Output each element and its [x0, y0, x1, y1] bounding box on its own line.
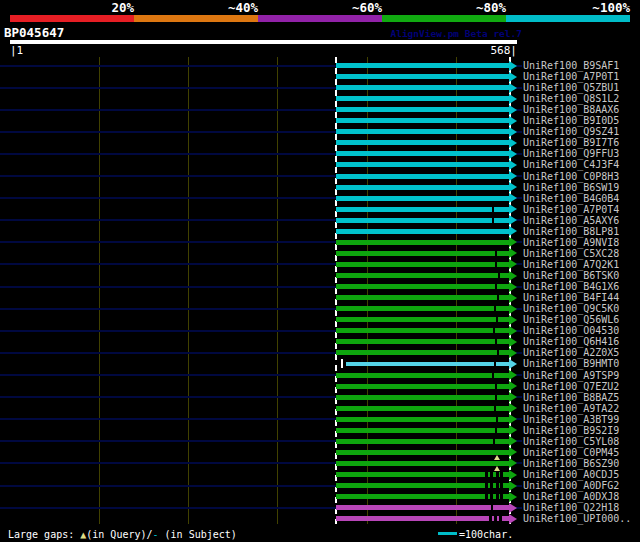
alignment-bar[interactable]: [336, 461, 509, 466]
alignment-row-label[interactable]: UniRef100_A3BT99: [523, 414, 619, 425]
alignment-bar[interactable]: [336, 472, 509, 477]
alignment-bar[interactable]: [336, 395, 509, 400]
alignment-row-label[interactable]: UniRef100_A9NVI8: [523, 237, 619, 248]
alignment-bar[interactable]: [336, 339, 509, 344]
alignment-bar[interactable]: [336, 516, 509, 521]
alignment-row-label[interactable]: UniRef100_Q9C5K0: [523, 303, 619, 314]
alignment-bar[interactable]: [336, 140, 509, 145]
alignment-row-label[interactable]: UniRef100_B8BAZ5: [523, 392, 619, 403]
alignment-bar[interactable]: [336, 207, 509, 212]
alignment-row-label[interactable]: UniRef100_C4J3F4: [523, 159, 619, 170]
alignment-row-label[interactable]: UniRef100_Q5ZBU1: [523, 82, 619, 93]
alignment-bar[interactable]: [336, 240, 509, 245]
alignment-row-label[interactable]: UniRef100_B9I7T6: [523, 137, 619, 148]
alignment-bar[interactable]: [336, 107, 509, 112]
alignment-row-label[interactable]: UniRef100_C0P8H3: [523, 171, 619, 182]
alignment-bar[interactable]: [336, 85, 509, 90]
alignment-row-label[interactable]: UniRef100_A7Q2K1: [523, 259, 619, 270]
gap-legend-prefix: Large gaps:: [8, 529, 80, 540]
gap-subject-tick: [494, 406, 496, 411]
alignment-row-label[interactable]: UniRef100_B9S2I9: [523, 425, 619, 436]
alignment-chart: UniRef100_B9SAF1UniRef100_A7P0T1UniRef10…: [0, 57, 640, 524]
alignment-arrowhead-icon: [509, 83, 517, 93]
alignment-row-label[interactable]: UniRef100_Q56WL6: [523, 314, 619, 325]
alignment-bar[interactable]: [336, 229, 509, 234]
alignment-bar[interactable]: [336, 494, 509, 499]
alignment-arrowhead-icon: [509, 337, 517, 347]
alignment-row-label[interactable]: UniRef100_B6SZ90: [523, 458, 619, 469]
gap-subject-tick: [495, 384, 497, 389]
alignment-arrowhead-icon: [509, 359, 517, 369]
alignment-arrowhead-icon: [509, 116, 517, 126]
alignment-bar[interactable]: [336, 306, 509, 311]
alignment-row-label[interactable]: UniRef100_A0DXJ8: [523, 491, 619, 502]
alignment-row-label[interactable]: UniRef100_Q8S1L2: [523, 93, 619, 104]
gap-subject-tick: [497, 295, 499, 300]
alignment-bar[interactable]: [336, 373, 509, 378]
alignment-row-label[interactable]: UniRef100_B6TSK0: [523, 270, 619, 281]
alignment-bar[interactable]: [336, 317, 509, 322]
alignment-row-label[interactable]: UniRef100_Q6H416: [523, 336, 619, 347]
alignment-bar[interactable]: [336, 151, 509, 156]
alignment-bar[interactable]: [336, 428, 509, 433]
alignment-bar[interactable]: [336, 406, 509, 411]
alignment-row-label[interactable]: UniRef100_Q22H18: [523, 502, 619, 513]
alignment-arrowhead-icon: [509, 458, 517, 468]
alignment-bar[interactable]: [336, 273, 509, 278]
alignment-row-label[interactable]: UniRef100_A7P0T1: [523, 71, 619, 82]
alignment-row-label[interactable]: UniRef100_Q7EZU2: [523, 381, 619, 392]
alignment-bar[interactable]: [336, 74, 509, 79]
alignment-row-label[interactable]: UniRef100_O04530: [523, 325, 619, 336]
alignment-bar[interactable]: [336, 483, 509, 488]
gap-subject-tick: [489, 516, 492, 521]
alignment-row-label[interactable]: UniRef100_B8AAX6: [523, 104, 619, 115]
alignment-row-label[interactable]: UniRef100_B4FI44: [523, 292, 619, 303]
alignment-row-label[interactable]: UniRef100_A9TSP9: [523, 370, 619, 381]
alignment-bar[interactable]: [336, 162, 509, 167]
alignment-bar[interactable]: [336, 174, 509, 179]
alignment-row-label[interactable]: UniRef100_C5XC28: [523, 248, 619, 259]
alignment-bar[interactable]: [336, 218, 509, 223]
alignment-row-label[interactable]: UniRef100_A5AXY6: [523, 215, 619, 226]
alignment-row-label[interactable]: UniRef100_Q9FFU3: [523, 148, 619, 159]
alignment-arrowhead-icon: [509, 447, 517, 457]
alignment-bar[interactable]: [336, 350, 509, 355]
alignment-bar[interactable]: [336, 196, 509, 201]
alignment-row-label[interactable]: UniRef100_B9I0D5: [523, 115, 619, 126]
alignment-row-label[interactable]: UniRef100_B6SW19: [523, 182, 619, 193]
alignment-row-label[interactable]: UniRef100_A0DFG2: [523, 480, 619, 491]
alignment-row-label[interactable]: UniRef100_B8LP81: [523, 226, 619, 237]
alignment-bar[interactable]: [336, 129, 509, 134]
alignment-row-label[interactable]: UniRef100_A2Z0X5: [523, 347, 619, 358]
alignment-bar[interactable]: [336, 63, 509, 68]
alignment-bar[interactable]: [336, 118, 509, 123]
alignment-row-label[interactable]: UniRef100_A9TA22: [523, 403, 619, 414]
alignment-bar[interactable]: [336, 450, 509, 455]
alignment-bar[interactable]: [346, 362, 509, 366]
alignment-bar[interactable]: [336, 505, 509, 510]
alignment-bar[interactable]: [336, 284, 509, 289]
alignment-bar[interactable]: [336, 328, 509, 333]
alignment-row-label[interactable]: UniRef100_UPI000..: [523, 513, 631, 524]
alignment-row-label[interactable]: UniRef100_B4G0B4: [523, 193, 619, 204]
alignment-row-label[interactable]: UniRef100_A0CDJ5: [523, 469, 619, 480]
alignment-bar[interactable]: [336, 384, 509, 389]
alignment-row-label[interactable]: UniRef100_B9SAF1: [523, 60, 619, 71]
gap-subject-tick: [492, 373, 494, 378]
alignment-bar[interactable]: [336, 295, 509, 300]
alignment-row-label[interactable]: UniRef100_A7P0T4: [523, 204, 619, 215]
alignment-bar[interactable]: [336, 185, 509, 190]
alignment-bar[interactable]: [336, 439, 509, 444]
alignment-row-label[interactable]: UniRef100_C5YL08: [523, 436, 619, 447]
alignment-bar[interactable]: [336, 251, 509, 256]
alignment-row-label[interactable]: UniRef100_B4G1X6: [523, 281, 619, 292]
query-id-label: BP045647: [4, 26, 64, 39]
alignment-row-label[interactable]: UniRef100_B9HMT0: [523, 358, 619, 369]
alignment-arrowhead-icon: [509, 315, 517, 325]
gap-subject-tick: [500, 494, 503, 499]
alignment-row-label[interactable]: UniRef100_Q9SZ41: [523, 126, 619, 137]
alignment-bar[interactable]: [336, 262, 509, 267]
alignment-bar[interactable]: [336, 96, 509, 101]
alignment-bar[interactable]: [336, 417, 509, 422]
alignment-row-label[interactable]: UniRef100_C0PM45: [523, 447, 619, 458]
